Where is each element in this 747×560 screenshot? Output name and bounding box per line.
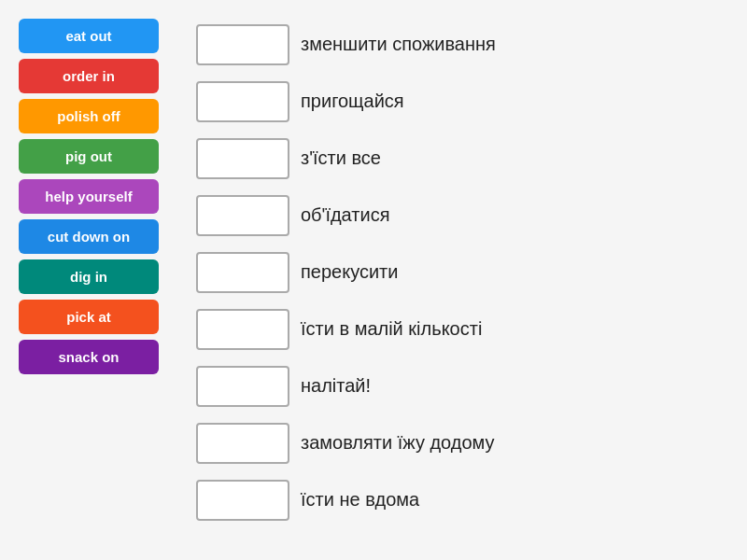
phrase-btn-pig-out[interactable]: pig out [19, 139, 159, 174]
match-row-3: об'їдатися [196, 189, 728, 241]
match-text-5: їсти в малій кількості [301, 318, 482, 340]
match-text-0: зменшити споживання [301, 34, 496, 55]
phrase-btn-pick-at[interactable]: pick at [19, 300, 159, 334]
drop-box-8[interactable] [196, 480, 289, 521]
match-row-1: пригощайся [196, 76, 728, 127]
match-text-6: налітай! [301, 375, 371, 397]
phrase-btn-help-yourself[interactable]: help yourself [19, 179, 159, 214]
drop-box-0[interactable] [196, 24, 289, 65]
drop-box-4[interactable] [196, 252, 289, 293]
phrase-btn-cut-down-on[interactable]: cut down on [19, 219, 159, 254]
match-row-5: їсти в малій кількості [196, 303, 728, 355]
match-text-8: їсти не вдома [301, 489, 419, 511]
drop-box-6[interactable] [196, 366, 289, 407]
match-text-3: об'їдатися [301, 204, 389, 226]
drop-box-2[interactable] [196, 138, 289, 179]
phrase-btn-eat-out[interactable]: eat out [19, 19, 159, 53]
drop-box-7[interactable] [196, 423, 289, 464]
phrase-btn-polish-off[interactable]: polish off [19, 99, 159, 133]
match-text-2: з'їсти все [301, 147, 381, 169]
phrase-btn-order-in[interactable]: order in [19, 59, 159, 93]
match-row-6: налітай! [196, 360, 728, 412]
drop-box-3[interactable] [196, 195, 289, 236]
phrase-btn-snack-on[interactable]: snack on [19, 340, 159, 374]
match-row-4: перекусити [196, 246, 728, 298]
match-row-2: з'їсти все [196, 133, 728, 184]
drop-box-1[interactable] [196, 81, 289, 122]
phrase-buttons-column: eat outorder inpolish offpig outhelp you… [19, 19, 177, 541]
match-row-8: їсти не вдома [196, 474, 728, 525]
match-text-4: перекусити [301, 261, 398, 283]
match-row-0: зменшити споживання [196, 19, 728, 70]
match-text-7: замовляти їжу додому [301, 432, 495, 454]
match-row-7: замовляти їжу додому [196, 417, 728, 469]
match-rows-column: зменшити споживанняпригощайсяз'їсти всео… [196, 19, 728, 541]
match-text-1: пригощайся [301, 91, 404, 112]
drop-box-5[interactable] [196, 309, 289, 350]
phrase-btn-dig-in[interactable]: dig in [19, 259, 159, 294]
